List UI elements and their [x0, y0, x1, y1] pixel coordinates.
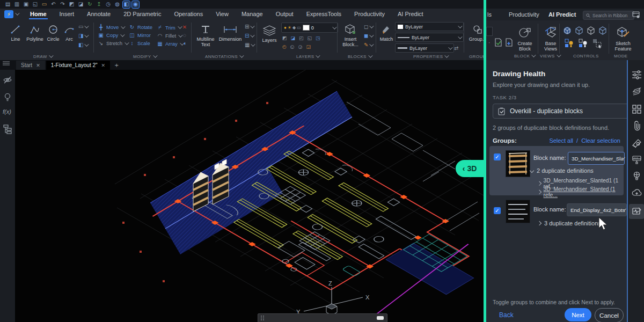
menu-productivity[interactable]: Productivity: [348, 9, 391, 19]
selection-tile-icon[interactable]: [592, 39, 603, 49]
layers-button[interactable]: Layers: [260, 24, 279, 43]
next-button[interactable]: Next: [565, 308, 591, 321]
menu-ai-predict[interactable]: AI Predict: [391, 9, 430, 19]
modify-button[interactable]: ↘Stretch: [98, 40, 128, 46]
cube-control-icon[interactable]: [586, 26, 596, 35]
arc-button[interactable]: Arc: [60, 23, 78, 42]
task-box[interactable]: Overkill - duplicate blocks: [493, 104, 631, 119]
refresh-icon[interactable]: ↻: [86, 1, 93, 8]
3d-mode-flyout-button[interactable]: ‹ 3D: [456, 160, 484, 177]
select-all-link[interactable]: Select all: [549, 137, 573, 144]
assistant-balloon-icon[interactable]: [632, 171, 642, 181]
multiline-text-button[interactable]: Multiline Text: [194, 23, 217, 47]
command-grip-icon[interactable]: [260, 315, 266, 321]
doc-add-icon[interactable]: [504, 38, 513, 47]
viewcube-control-icon[interactable]: [562, 26, 572, 35]
save-as-icon[interactable]: ◱: [32, 1, 39, 8]
new-tab-button[interactable]: ＋: [113, 61, 120, 70]
ribbon-options-icon[interactable]: [632, 11, 640, 18]
copy-icon[interactable]: ◪: [77, 1, 84, 8]
close-icon[interactable]: ✕: [101, 63, 106, 68]
menu-productivity[interactable]: Productivity: [509, 9, 539, 20]
structure-tree-icon[interactable]: [3, 125, 12, 134]
group2-blockname-dropdown[interactable]: End_Display_4x2_Bots: [567, 203, 627, 216]
group2-checkbox[interactable]: ✓: [494, 207, 501, 214]
print-icon[interactable]: ▭: [41, 1, 48, 8]
dimension-button[interactable]: Dimension: [218, 23, 243, 42]
open-file-icon[interactable]: ▥: [13, 1, 20, 8]
modify-button[interactable]: ◠Fillet: [157, 33, 183, 39]
menu-output[interactable]: Output: [269, 9, 300, 19]
modify-extra-button[interactable]: ◌: [181, 32, 188, 38]
drawing-viewport[interactable]: Z X Y: [15, 70, 484, 322]
menu-view[interactable]: View: [209, 9, 235, 19]
menu-cut-label[interactable]: ls: [487, 9, 492, 20]
menu-insert[interactable]: Insert: [53, 9, 81, 19]
clock-icon[interactable]: ◷: [105, 1, 112, 8]
redo-icon[interactable]: ↷: [59, 1, 66, 8]
group1-dup-toggle[interactable]: 2 duplicate definitions: [530, 167, 594, 174]
hamburger-icon[interactable]: [3, 61, 10, 66]
modify-button[interactable]: ▣Copy: [98, 32, 128, 38]
circle-button[interactable]: Circle: [44, 23, 62, 42]
group1-blockname-dropdown[interactable]: 3D_Merchandiser_Sla: [568, 152, 625, 165]
menu-operations[interactable]: Operations: [167, 9, 209, 19]
keyboard-toggle-icon[interactable]: [377, 316, 384, 320]
close-icon[interactable]: ✕: [36, 63, 40, 68]
cancel-button[interactable]: Cancel: [595, 308, 624, 322]
app-logo-icon[interactable]: ⚡: [4, 10, 13, 18]
ribbon-search-input[interactable]: Search in Ribbon: [583, 11, 634, 20]
color-bylayer-dropdown[interactable]: ByLayer: [395, 22, 464, 31]
menu-2d-parametric[interactable]: 2D Parametric: [117, 9, 167, 19]
layer-state-bar[interactable]: ●☀◆▭ 0: [281, 23, 338, 33]
modify-button[interactable]: ↻Rotate: [129, 24, 152, 30]
modify-button[interactable]: ▦Array: [157, 41, 183, 47]
lineweight-bylayer-dropdown[interactable]: ByLayer: [395, 43, 454, 53]
sketch-feature-button[interactable]: Sketch Feature: [611, 25, 635, 52]
base-views-button[interactable]: Base Views: [540, 25, 561, 52]
polyline-button[interactable]: Polyline: [26, 23, 44, 42]
cube-control-icon[interactable]: [598, 26, 608, 35]
lightbulb-icon[interactable]: [3, 92, 12, 102]
menu-manage[interactable]: Manage: [235, 9, 269, 19]
blocks-panel-icon[interactable]: [632, 104, 642, 114]
viewcube-toggle-icon[interactable]: ◧: [123, 1, 130, 8]
menu-annotate[interactable]: Annotate: [80, 9, 117, 19]
cloud-upload-icon[interactable]: [632, 188, 642, 198]
group1-dup-item[interactable]: 3D_Merchandiser_Slanted (1 refe...: [538, 186, 624, 198]
clear-selection-link[interactable]: Clear selection: [581, 137, 620, 144]
line-button[interactable]: Line: [6, 23, 25, 42]
xref-icon[interactable]: ◩: [68, 1, 75, 8]
paint-panel-icon[interactable]: [632, 155, 642, 165]
tile-bulb-icon[interactable]: [565, 39, 574, 49]
menu-expresstools[interactable]: ExpressTools: [300, 9, 348, 19]
logo-chevron-icon[interactable]: [15, 11, 19, 15]
duplicate-group-card-1[interactable]: ✓ Block name: 3D_Merchandiser_Sla 2 dupl…: [489, 146, 624, 195]
modify-button[interactable]: ⌿Trim: [157, 24, 183, 31]
publish-icon[interactable]: ↥: [96, 1, 103, 8]
render-materials-icon[interactable]: [632, 138, 642, 148]
tile-bulb-icon[interactable]: [579, 39, 588, 49]
cube-control-icon[interactable]: [574, 26, 584, 35]
modify-button[interactable]: ◫Mirror: [129, 32, 152, 38]
modify-extra-button[interactable]: ✕: [181, 24, 188, 30]
command-line-bar[interactable]: [258, 313, 387, 322]
world-ucs-icon[interactable]: ◉: [132, 1, 139, 8]
fx-expression-icon[interactable]: f(x): [3, 108, 12, 118]
layers-panel-icon[interactable]: [632, 87, 642, 97]
doc-check-icon[interactable]: [494, 38, 502, 47]
modify-button[interactable]: ↕Scale: [129, 40, 152, 46]
undo-icon[interactable]: ↶: [50, 1, 57, 8]
save-icon[interactable]: ▣: [23, 1, 30, 8]
modify-button[interactable]: ╋Move: [98, 24, 128, 30]
match-properties-button[interactable]: Match: [378, 23, 395, 42]
linetype-bylayer-dropdown[interactable]: ByLayer: [395, 33, 464, 42]
tab-start[interactable]: Start✕: [16, 61, 45, 70]
properties-swap-icon[interactable]: ⇄: [454, 45, 458, 51]
menu-ai-predict[interactable]: AI Predict: [548, 9, 576, 20]
back-link[interactable]: Back: [499, 311, 514, 319]
partial-dropdown[interactable]: [486, 27, 493, 36]
menu-home[interactable]: Home: [24, 9, 53, 19]
drawing-health-icon[interactable]: [632, 206, 642, 216]
insert-block-button[interactable]: Insert Block...: [340, 23, 361, 47]
